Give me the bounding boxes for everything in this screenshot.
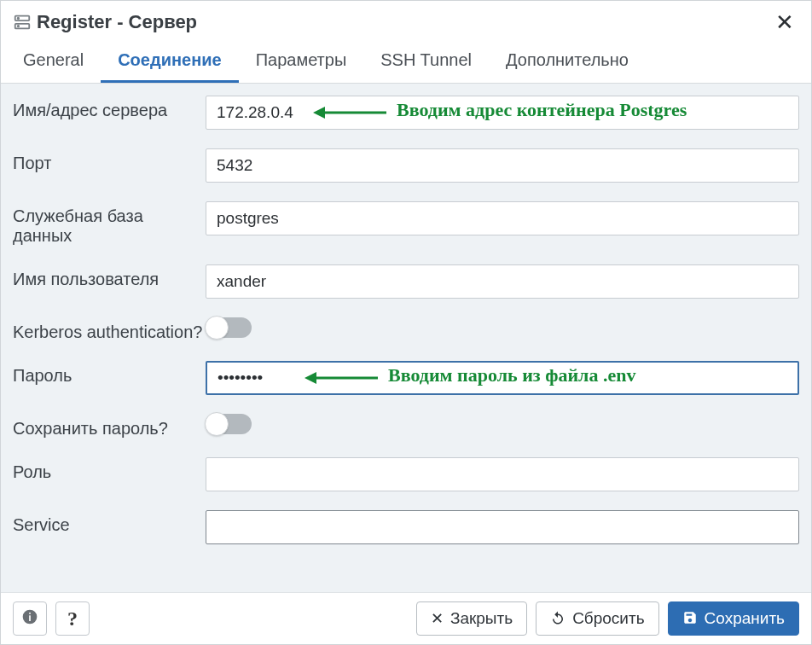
password-label: Пароль bbox=[13, 361, 206, 386]
maintdb-label: Служебная база данных bbox=[13, 201, 206, 246]
port-label: Порт bbox=[13, 148, 206, 173]
tab-advanced[interactable]: Дополнительно bbox=[489, 42, 646, 83]
role-input[interactable] bbox=[206, 457, 799, 491]
tab-ssh-tunnel[interactable]: SSH Tunnel bbox=[363, 42, 489, 83]
dialog-title: Register - Сервер bbox=[37, 11, 197, 33]
x-icon: ✕ bbox=[431, 611, 444, 626]
save-button-label: Сохранить bbox=[705, 609, 785, 628]
host-label: Имя/адрес сервера bbox=[13, 96, 206, 120]
password-input[interactable] bbox=[206, 361, 799, 395]
row-savepwd: Сохранить пароль? bbox=[13, 414, 799, 439]
row-username: Имя пользователя bbox=[13, 264, 799, 299]
close-icon: ✕ bbox=[775, 9, 794, 35]
username-input[interactable] bbox=[206, 264, 799, 299]
tab-parameters[interactable]: Параметры bbox=[239, 42, 364, 83]
svg-rect-9 bbox=[29, 615, 31, 621]
savepwd-toggle[interactable] bbox=[206, 414, 252, 434]
row-service: Service bbox=[13, 510, 799, 544]
help-icon: ? bbox=[67, 607, 78, 630]
host-input[interactable] bbox=[206, 96, 799, 130]
tab-connection[interactable]: Соединение bbox=[101, 42, 238, 83]
row-maintdb: Служебная база данных bbox=[13, 201, 799, 246]
row-port: Порт bbox=[13, 148, 799, 183]
role-label: Роль bbox=[13, 457, 206, 482]
kerberos-label: Kerberos authentication? bbox=[13, 317, 206, 342]
port-input[interactable] bbox=[206, 148, 799, 183]
connection-form: Имя/адрес сервера Вводим адрес контейнер… bbox=[1, 84, 811, 592]
row-host: Имя/адрес сервера Вводим адрес контейнер… bbox=[13, 96, 799, 130]
maintdb-input[interactable] bbox=[206, 201, 799, 235]
dialog-close-button[interactable]: ✕ bbox=[770, 8, 799, 37]
service-input[interactable] bbox=[206, 510, 799, 544]
save-icon bbox=[682, 610, 698, 628]
service-label: Service bbox=[13, 510, 206, 535]
svg-rect-10 bbox=[29, 613, 31, 614]
dialog-header: Register - Сервер ✕ bbox=[1, 1, 811, 42]
info-button[interactable] bbox=[13, 601, 47, 636]
server-icon bbox=[13, 13, 37, 32]
row-password: Пароль Вводим пароль из файла .env bbox=[13, 361, 799, 395]
reset-icon bbox=[550, 610, 566, 628]
dialog-footer: ? ✕ Закрыть Сбросить Сохранить bbox=[1, 592, 811, 644]
save-button[interactable]: Сохранить bbox=[668, 601, 799, 636]
register-server-dialog: Register - Сервер ✕ General Соединение П… bbox=[0, 0, 812, 645]
tab-general[interactable]: General bbox=[6, 42, 101, 83]
info-icon bbox=[21, 608, 38, 630]
row-role: Роль bbox=[13, 457, 799, 491]
kerberos-toggle[interactable] bbox=[206, 317, 252, 338]
close-button[interactable]: ✕ Закрыть bbox=[416, 601, 527, 636]
row-kerberos: Kerberos authentication? bbox=[13, 317, 799, 342]
reset-button-label: Сбросить bbox=[572, 609, 644, 628]
tab-bar: General Соединение Параметры SSH Tunnel … bbox=[1, 42, 811, 84]
svg-point-2 bbox=[18, 18, 19, 19]
username-label: Имя пользователя bbox=[13, 264, 206, 289]
reset-button[interactable]: Сбросить bbox=[536, 601, 658, 636]
help-button[interactable]: ? bbox=[55, 601, 90, 636]
close-button-label: Закрыть bbox=[450, 609, 513, 628]
svg-point-3 bbox=[18, 26, 19, 26]
savepwd-label: Сохранить пароль? bbox=[13, 414, 206, 439]
